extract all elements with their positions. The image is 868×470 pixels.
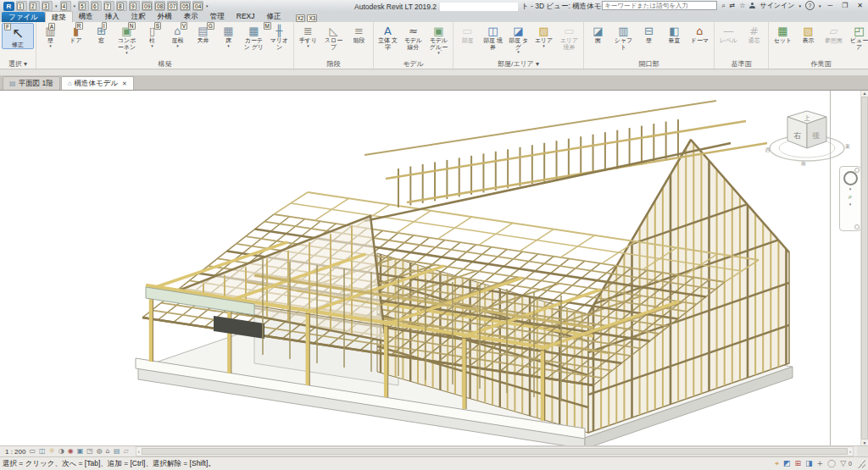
vertical-scroll-thumb[interactable] (861, 97, 868, 440)
select-pinned-elements-icon[interactable]: ⊞ (794, 459, 801, 468)
help-dropdown-icon[interactable]: ▾ (819, 2, 821, 10)
tab-表示[interactable]: 表示V (178, 11, 204, 21)
qat-button-5[interactable]: 5 (78, 1, 89, 11)
qat-button-07[interactable]: 07 (167, 1, 178, 11)
button-手すり[interactable]: ≣手すり▾ (296, 23, 320, 48)
select-links-icon[interactable]: ⌖ (775, 459, 779, 468)
qat-dropdown-icon[interactable]: ▾ (206, 3, 209, 8)
minimize-button[interactable]: ─ (825, 2, 835, 9)
user-icon[interactable] (749, 3, 755, 8)
help-icon[interactable]: ? (805, 1, 815, 10)
tab-修正[interactable]: 修正M (261, 11, 287, 21)
exchange-apps-icon[interactable]: ⇄ (730, 2, 736, 10)
sign-in-button[interactable]: サインイン (760, 1, 794, 10)
select-underlay-elements-icon[interactable]: ◩ (783, 459, 791, 468)
tab-構造[interactable]: 構造R (73, 11, 99, 21)
steering-wheel-icon[interactable] (843, 171, 858, 185)
temporary-view-properties-icon[interactable]: ▱ (123, 447, 128, 456)
button-ドーマ[interactable]: ⌂ドーマ (687, 23, 712, 45)
qat-button-1[interactable]: 1 (16, 1, 27, 11)
dropdown-icon[interactable]: ▾ (151, 44, 153, 47)
button-垂直[interactable]: ◧垂直 (662, 23, 687, 45)
reveal-hidden-elements-icon[interactable]: ▤ (114, 447, 120, 456)
view-tab-構造体モデル[interactable]: ⌂構造体モデル✕ (61, 76, 134, 90)
button-セット[interactable]: ▦セット (771, 23, 795, 45)
tab-挿入[interactable]: 挿入I (99, 11, 125, 21)
help-search-input[interactable] (602, 1, 717, 10)
button-階段[interactable]: ≡階段 (347, 23, 371, 45)
zoom-icon[interactable]: ⌕ (848, 192, 852, 201)
model-3d-view[interactable]: 上右後西南東 (0, 91, 860, 445)
dropdown-icon[interactable]: ▾ (176, 44, 179, 47)
show-crop-region-icon[interactable]: ◳ (86, 447, 93, 456)
lock-3d-view-icon[interactable]: ◍ (97, 447, 103, 456)
search-icon[interactable]: ⌕ (721, 2, 725, 10)
button-ビューア[interactable]: ◰ビューア (847, 23, 868, 51)
dropdown-icon[interactable]: ▾ (542, 44, 545, 47)
qat-button-3[interactable]: 3 (42, 1, 53, 11)
qat-button-9[interactable]: 9 (129, 1, 140, 11)
navbar-dot-bottom[interactable] (854, 224, 860, 229)
horizontal-scroll-thumb[interactable] (142, 448, 848, 455)
tab-外構[interactable]: 外構S (152, 11, 178, 21)
selection-filter-icon[interactable]: ▽ (840, 459, 846, 468)
qat-button-6[interactable]: 6 (91, 1, 102, 11)
qat-dropdown-icon[interactable]: ▾ (74, 3, 76, 8)
scroll-right-icon[interactable]: › (848, 449, 853, 454)
scroll-down-icon[interactable]: ▼ (863, 440, 867, 445)
horizontal-scrollbar[interactable]: ‹ › (136, 446, 854, 456)
qat-button-05[interactable]: 05 (180, 1, 191, 11)
button-立体 文字[interactable]: A立体 文字 (376, 23, 400, 51)
tab-file[interactable]: ファイル F (2, 12, 45, 22)
resize-grip[interactable] (857, 460, 865, 468)
panel-label-部屋/エリア[interactable]: 部屋/エリア ▾ (455, 59, 581, 69)
shadows-icon[interactable]: ◑ (58, 447, 64, 456)
dropdown-icon[interactable]: ▾ (437, 51, 440, 54)
close-view-icon[interactable]: ✕ (122, 80, 127, 87)
tab-管理[interactable]: 管理G (204, 11, 231, 21)
dropdown-icon[interactable]: ▾ (49, 44, 52, 47)
qat-button-04[interactable]: 04 (192, 1, 203, 11)
crop-view-icon[interactable]: ▣ (77, 447, 84, 456)
dropdown-icon[interactable]: ▾ (125, 51, 128, 54)
crop-region-edge[interactable] (830, 91, 831, 445)
select-elements-by-face-icon[interactable]: ◨ (805, 459, 813, 468)
dropdown-icon[interactable]: ▾ (307, 44, 309, 47)
render-dialog-icon[interactable]: ◉ (68, 447, 74, 456)
button-スロープ[interactable]: ◺スロープ (321, 23, 346, 51)
view-scale[interactable]: 1 : 200 (5, 448, 25, 456)
scroll-up-icon[interactable]: ▲ (863, 91, 867, 96)
qat-button-09[interactable]: 09 (142, 1, 153, 11)
button-モデル 線分[interactable]: ≈モデル 線分 (401, 23, 426, 51)
button-面[interactable]: ◪面 (586, 23, 610, 45)
navbar-dot-top[interactable] (854, 168, 860, 173)
button-部屋 境界[interactable]: ◫部屋 境界 (481, 23, 505, 51)
button-床[interactable]: ▦床▾ (216, 23, 241, 48)
button-表示[interactable]: ▧表示 (796, 23, 821, 45)
favorites-icon[interactable]: ☆ (739, 2, 745, 10)
revit-logo-icon[interactable]: R (3, 2, 14, 11)
qat-button-2[interactable]: 2 (29, 1, 40, 11)
button-エリア[interactable]: ▨エリア▾ (531, 23, 556, 48)
button-カーテン グリッド[interactable]: ▦カーテン グリッド (242, 23, 266, 52)
drag-elements-on-selection-icon[interactable]: + (817, 459, 824, 468)
tab-注釈[interactable]: 注釈N (125, 11, 152, 21)
visual-style-icon[interactable]: ◫ (39, 447, 46, 456)
dropdown-icon[interactable]: ▾ (517, 50, 520, 53)
dropdown-icon[interactable]: ▾ (227, 44, 230, 47)
temporary-hide-isolate-icon[interactable]: ⌂ (106, 447, 110, 456)
qat-button-8[interactable]: 8 (116, 1, 127, 11)
background-processes-icon[interactable]: ◯ (827, 459, 836, 468)
button-部屋 タグ[interactable]: ◪部屋 タグ▾ (506, 23, 531, 54)
tab-建築[interactable]: 建築A (45, 11, 73, 22)
button-シャフト[interactable]: ▥シャフト (611, 23, 636, 51)
zoom-dropdown-icon[interactable]: ▾ (849, 202, 852, 206)
detail-level-icon[interactable]: ▭ (29, 447, 36, 456)
restore-button[interactable]: ❐ (839, 2, 850, 9)
viewcube[interactable]: 上右後西南東 (765, 111, 850, 166)
button-モデル グループ[interactable]: ▣モデル グループ▾ (426, 23, 451, 55)
button-コンポーネント[interactable]: ▣コンポーネント▾ (114, 23, 139, 55)
vertical-scrollbar[interactable]: ▲ ▼ (860, 91, 868, 445)
sun-path-icon[interactable]: ☼ (49, 447, 55, 456)
qat-button-08[interactable]: 08 (154, 1, 165, 11)
